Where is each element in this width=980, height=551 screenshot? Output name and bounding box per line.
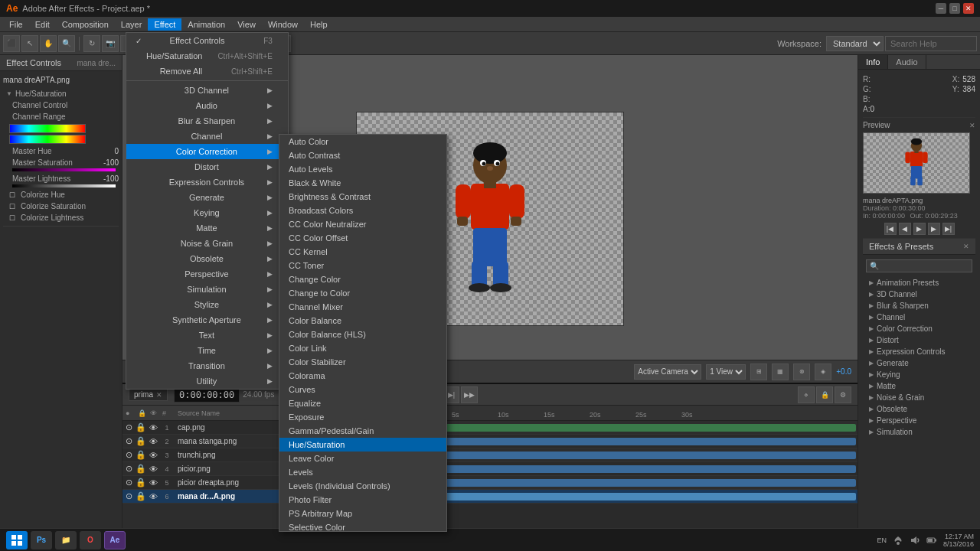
menu-simulation[interactable]: Simulation ▶ bbox=[126, 282, 288, 297]
menu-effect-controls[interactable]: ✓ Effect Controls F3 bbox=[126, 33, 288, 48]
menu-time[interactable]: Time ▶ bbox=[126, 343, 288, 358]
ep-item-matte[interactable]: ▶ Matte bbox=[863, 380, 975, 392]
layer1-vis[interactable]: 👁 bbox=[147, 423, 159, 432]
sub-levels-individual[interactable]: Levels (Individual Controls) bbox=[279, 479, 446, 493]
sub-auto-contrast[interactable]: Auto Contrast bbox=[279, 148, 446, 162]
sub-cc-color-offset[interactable]: CC Color Offset bbox=[279, 231, 446, 245]
tl-lock[interactable]: 🔒 bbox=[816, 386, 833, 403]
menu-channel[interactable]: Channel ▶ bbox=[126, 129, 288, 144]
sub-cc-kernel[interactable]: CC Kernel bbox=[279, 245, 446, 259]
layer3-vis[interactable]: 👁 bbox=[147, 451, 159, 460]
menu-layer[interactable]: Layer bbox=[115, 18, 149, 31]
menu-color-correction[interactable]: Color Correction ▶ bbox=[126, 144, 288, 159]
workspace-select[interactable]: Standard bbox=[826, 36, 884, 51]
camera-select[interactable]: Active Camera bbox=[634, 364, 701, 380]
sub-selective-color[interactable]: Selective Color bbox=[279, 520, 446, 532]
ep-item-color-correction[interactable]: ▶ Color Correction bbox=[863, 323, 975, 334]
sub-broadcast-colors[interactable]: Broadcast Colors bbox=[279, 204, 446, 217]
camera-tool[interactable]: 📷 bbox=[102, 35, 119, 52]
ep-item-blur-sharpen[interactable]: ▶ Blur & Sharpen bbox=[863, 300, 975, 311]
layer3-solo[interactable]: ⊙ bbox=[122, 450, 135, 460]
menu-blur-sharpen[interactable]: Blur & Sharpen ▶ bbox=[126, 113, 288, 129]
taskbar-aftereffects[interactable]: Ae bbox=[104, 531, 126, 549]
menu-remove-all[interactable]: Remove All Ctrl+Shift+E bbox=[126, 64, 288, 79]
menu-expression-controls[interactable]: Expression Controls ▶ bbox=[126, 174, 288, 190]
sub-change-to-color[interactable]: Change to Color bbox=[279, 286, 446, 300]
ep-search-input[interactable] bbox=[866, 259, 972, 272]
preview-close[interactable]: ✕ bbox=[969, 122, 975, 129]
master-hue-value[interactable]: 0 bbox=[114, 147, 119, 155]
sub-color-balance-hls[interactable]: Color Balance (HLS) bbox=[279, 328, 446, 341]
ep-item-3d-channel[interactable]: ▶ 3D Channel bbox=[863, 289, 975, 300]
colorize-hue-checkbox[interactable]: ☐ bbox=[9, 191, 15, 199]
tab-audio[interactable]: Audio bbox=[888, 55, 926, 69]
master-saturation-value[interactable]: -100 bbox=[103, 158, 119, 167]
menu-help[interactable]: Help bbox=[304, 18, 334, 31]
preview-btn-2[interactable]: ▦ bbox=[772, 364, 789, 380]
menu-window[interactable]: Window bbox=[262, 18, 304, 31]
menu-animation[interactable]: Animation bbox=[181, 18, 231, 31]
tl-add-marker[interactable]: ⋄ bbox=[798, 386, 815, 403]
menu-effect[interactable]: Effect bbox=[148, 18, 181, 31]
ep-item-keying[interactable]: ▶ Keying bbox=[863, 369, 975, 380]
layer2-solo[interactable]: ⊙ bbox=[122, 436, 135, 446]
sub-leave-color[interactable]: Leave Color bbox=[279, 452, 446, 465]
menu-hue-saturation[interactable]: Hue/Saturation Ctrl+Alt+Shift+E bbox=[126, 48, 288, 64]
ep-item-expression-controls[interactable]: ▶ Expression Controls bbox=[863, 346, 975, 357]
sub-change-color[interactable]: Change Color bbox=[279, 272, 446, 286]
ep-item-distort[interactable]: ▶ Distort bbox=[863, 334, 975, 346]
menu-synthetic-aperture[interactable]: Synthetic Aperture ▶ bbox=[126, 312, 288, 328]
prev-btn-play[interactable]: ▶ bbox=[913, 223, 926, 235]
ep-item-animation-presets[interactable]: ▶ Animation Presets bbox=[863, 277, 975, 289]
sub-levels[interactable]: Levels bbox=[279, 465, 446, 479]
layer4-vis[interactable]: 👁 bbox=[147, 465, 159, 474]
sub-color-balance[interactable]: Color Balance bbox=[279, 314, 446, 328]
preview-btn-3[interactable]: ⊗ bbox=[793, 364, 810, 380]
minimize-button[interactable]: ─ bbox=[936, 3, 946, 14]
layer6-vis[interactable]: 👁 bbox=[147, 492, 159, 501]
menu-text[interactable]: Text ▶ bbox=[126, 328, 288, 343]
sub-equalize[interactable]: Equalize bbox=[279, 396, 446, 410]
taskbar-browser[interactable]: O bbox=[80, 531, 101, 549]
menu-obsolete[interactable]: Obsolete ▶ bbox=[126, 251, 288, 266]
layer3-bar[interactable] bbox=[407, 452, 856, 459]
layer3-lock[interactable]: 🔒 bbox=[135, 450, 147, 460]
menu-utility[interactable]: Utility ▶ bbox=[126, 373, 288, 389]
menu-keying[interactable]: Keying ▶ bbox=[126, 205, 288, 220]
master-lightness-value[interactable]: -100 bbox=[103, 174, 119, 183]
select-tool[interactable]: ↖ bbox=[21, 35, 38, 52]
prev-btn-prev[interactable]: ◀ bbox=[899, 223, 911, 235]
layer6-bar[interactable] bbox=[407, 493, 856, 500]
menu-distort[interactable]: Distort ▶ bbox=[126, 159, 288, 174]
sub-colorama[interactable]: Colorama bbox=[279, 369, 446, 383]
layer4-solo[interactable]: ⊙ bbox=[122, 464, 135, 474]
colorize-lightness-checkbox[interactable]: ☐ bbox=[9, 214, 15, 222]
layer5-solo[interactable]: ⊙ bbox=[122, 478, 135, 487]
preview-btn-1[interactable]: ⊞ bbox=[750, 364, 767, 380]
sub-curves[interactable]: Curves bbox=[279, 383, 446, 396]
menu-audio[interactable]: Audio ▶ bbox=[126, 98, 288, 113]
sub-cc-toner[interactable]: CC Toner bbox=[279, 259, 446, 272]
sub-color-stabilizer[interactable]: Color Stabilizer bbox=[279, 355, 446, 369]
layer2-lock[interactable]: 🔒 bbox=[135, 436, 147, 446]
menu-view[interactable]: View bbox=[231, 18, 262, 31]
sub-gamma-pedestal-gain[interactable]: Gamma/Pedestal/Gain bbox=[279, 424, 446, 438]
ep-item-perspective[interactable]: ▶ Perspective bbox=[863, 415, 975, 426]
ep-item-noise-grain[interactable]: ▶ Noise & Grain bbox=[863, 392, 975, 403]
menu-edit[interactable]: Edit bbox=[29, 18, 56, 31]
layer2-vis[interactable]: 👁 bbox=[147, 437, 159, 446]
timeline-tab-prima[interactable]: prima ✕ bbox=[129, 388, 168, 401]
taskbar-photoshop[interactable]: Ps bbox=[31, 531, 52, 549]
layer2-bar[interactable] bbox=[407, 438, 856, 445]
close-button[interactable]: ✕ bbox=[963, 3, 974, 14]
start-button[interactable] bbox=[6, 531, 28, 549]
menu-3d-channel[interactable]: 3D Channel ▶ bbox=[126, 83, 288, 98]
menu-composition[interactable]: Composition bbox=[56, 18, 115, 31]
layer5-bar[interactable] bbox=[407, 479, 856, 487]
sub-photo-filter[interactable]: Photo Filter bbox=[279, 493, 446, 507]
tl-settings[interactable]: ⚙ bbox=[835, 386, 851, 403]
maximize-button[interactable]: □ bbox=[949, 3, 960, 14]
sub-black-white[interactable]: Black & White bbox=[279, 176, 446, 190]
preview-btn-4[interactable]: ◈ bbox=[815, 364, 831, 380]
layer1-lock[interactable]: 🔒 bbox=[135, 422, 147, 432]
